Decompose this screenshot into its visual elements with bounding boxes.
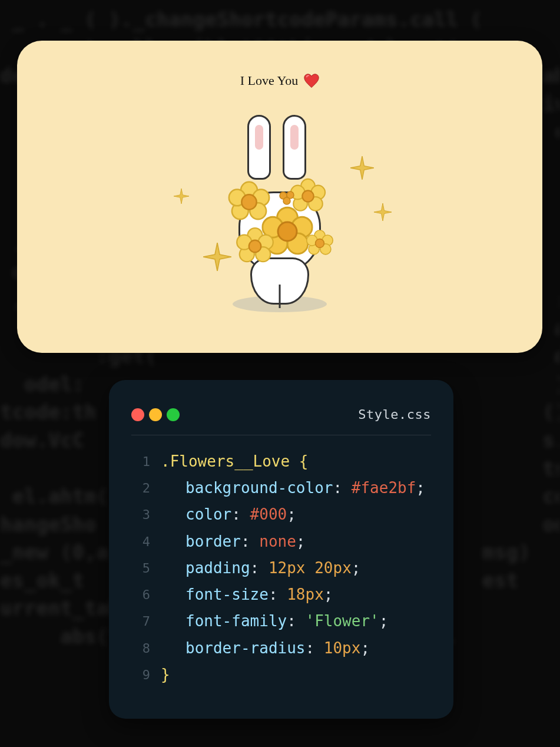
window-maximize-dot[interactable] xyxy=(167,408,180,421)
bunny-ear-right xyxy=(283,115,306,180)
css-property: border-radius xyxy=(185,639,306,657)
css-selector: .Flowers__Love xyxy=(161,452,290,470)
bunny-ear-left xyxy=(247,115,271,180)
code-line: 6 font-size: 18px; xyxy=(131,581,431,608)
css-value: 18px xyxy=(287,586,324,603)
window-minimize-dot[interactable] xyxy=(149,408,162,421)
line-number: 1 xyxy=(131,448,150,475)
svg-point-5 xyxy=(241,194,256,209)
line-number: 6 xyxy=(131,581,150,608)
css-value: none xyxy=(259,533,296,550)
css-value: 10px xyxy=(324,639,361,657)
code-line: 5 padding: 12px 20px; xyxy=(131,555,431,581)
css-property: padding xyxy=(185,559,250,577)
css-property: font-family xyxy=(185,612,287,630)
card-title: I Love You xyxy=(240,73,319,88)
code-line: 2 background-color: #fae2bf; xyxy=(131,475,431,501)
line-number: 2 xyxy=(131,475,150,501)
css-property: background-color xyxy=(185,479,333,497)
code-line: 9 } xyxy=(131,662,431,688)
line-number: 5 xyxy=(131,555,150,581)
svg-point-11 xyxy=(302,190,313,201)
code-editor-card: Style.css 1 .Flowers__Love { 2 backgroun… xyxy=(109,380,453,719)
css-value: 'Flower' xyxy=(306,612,379,630)
window-controls xyxy=(131,408,180,421)
sparkle-icon xyxy=(350,156,374,180)
code-line: 3 color: #000; xyxy=(131,501,431,528)
preview-card: I Love You xyxy=(17,41,542,353)
editor-filename: Style.css xyxy=(358,407,431,422)
css-value: 12px xyxy=(269,559,306,577)
line-number: 4 xyxy=(131,528,150,555)
line-number: 7 xyxy=(131,608,150,634)
sparkle-icon xyxy=(174,189,189,204)
css-value: #fae2bf xyxy=(352,479,416,497)
css-value: 20px xyxy=(314,559,352,577)
css-property: color xyxy=(185,505,231,523)
flower-icon xyxy=(235,226,275,266)
code-area[interactable]: 1 .Flowers__Love { 2 background-color: #… xyxy=(131,448,431,688)
sparkle-icon xyxy=(374,203,392,221)
code-line: 7 font-family: 'Flower'; xyxy=(131,608,431,634)
line-number: 9 xyxy=(131,662,150,688)
code-line: 4 border: none; xyxy=(131,528,431,555)
css-value: #000 xyxy=(250,505,287,523)
css-property: border xyxy=(185,533,241,550)
svg-point-29 xyxy=(316,239,324,248)
line-number: 3 xyxy=(131,501,150,528)
window-close-dot[interactable] xyxy=(131,408,144,421)
close-brace: } xyxy=(161,666,170,683)
code-line: 1 .Flowers__Love { xyxy=(131,448,431,475)
css-property: font-size xyxy=(185,586,269,603)
editor-header: Style.css xyxy=(131,407,431,435)
bunny-illustration xyxy=(191,121,368,315)
code-line: 8 border-radius: 10px; xyxy=(131,635,431,662)
berry-cluster-icon xyxy=(279,190,296,208)
svg-point-23 xyxy=(249,240,261,253)
open-brace: { xyxy=(299,452,309,470)
svg-point-17 xyxy=(278,222,297,241)
sparkle-icon xyxy=(203,243,231,271)
line-number: 8 xyxy=(131,635,150,662)
heart-icon xyxy=(304,74,319,88)
svg-point-32 xyxy=(283,197,290,204)
flower-icon xyxy=(305,229,334,257)
title-text: I Love You xyxy=(240,73,298,88)
